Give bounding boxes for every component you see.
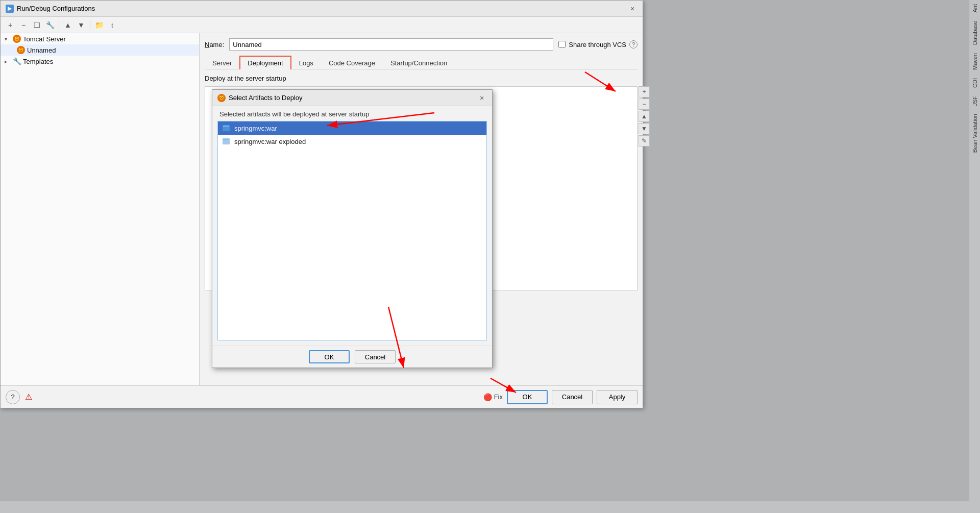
- deploy-edit-button[interactable]: ✎: [639, 135, 650, 146]
- move-down-button[interactable]: ▼: [76, 19, 87, 31]
- help-button[interactable]: ?: [6, 390, 20, 404]
- dialog-close-button[interactable]: ×: [627, 4, 638, 14]
- deploy-text: Deploy at the server startup: [205, 75, 638, 82]
- deploy-add-button[interactable]: +: [639, 86, 650, 97]
- dialog-title-icon: ▶: [6, 5, 14, 13]
- tab-logs[interactable]: Logs: [291, 56, 321, 69]
- fix-icon: 🔴: [483, 393, 492, 401]
- jsf-panel[interactable]: JSF: [971, 92, 979, 110]
- templates-icon: 🔧: [13, 57, 21, 65]
- artifacts-buttons: OK Cancel: [212, 346, 492, 368]
- title-left: ▶ Run/Debug Configurations: [6, 5, 95, 13]
- maven-panel[interactable]: Maven: [971, 49, 979, 74]
- artifacts-dialog-icon: 🐱: [217, 94, 226, 102]
- tree-arrow-templates: ▸: [5, 59, 11, 64]
- cdi-panel[interactable]: CDI: [971, 74, 979, 92]
- tomcat-server-icon: 🐱: [13, 35, 21, 43]
- dialog-titlebar: ▶ Run/Debug Configurations ×: [1, 1, 643, 17]
- cancel-button[interactable]: Cancel: [552, 390, 593, 404]
- toolbar-separator-1: [59, 20, 59, 30]
- artifact-war-exploded-label: springmvc:war exploded: [234, 138, 306, 145]
- footer-right: 🔴 Fix OK Cancel Apply: [483, 390, 638, 404]
- artifacts-list: springmvc:war springmvc:war exploded: [217, 121, 487, 340]
- artifact-war-exploded-icon: [222, 137, 230, 145]
- config-tabs: Server Deployment Logs Code Coverage Sta…: [205, 56, 638, 69]
- add-config-button[interactable]: +: [5, 19, 16, 31]
- name-input[interactable]: [229, 38, 553, 51]
- toolbar-separator-2: [90, 20, 90, 30]
- sort-button[interactable]: ↕: [107, 19, 118, 31]
- svg-rect-10: [223, 139, 229, 140]
- name-label: Name:: [205, 41, 224, 48]
- share-checkbox[interactable]: [558, 41, 566, 48]
- ant-panel[interactable]: Ant: [971, 0, 979, 17]
- ok-button[interactable]: OK: [507, 390, 548, 404]
- wrench-button[interactable]: 🔧: [44, 19, 56, 31]
- share-label: Share through VCS: [569, 41, 626, 48]
- svg-rect-8: [223, 126, 229, 127]
- artifacts-ok-button[interactable]: OK: [309, 350, 350, 363]
- tab-startup-connection[interactable]: Startup/Connection: [383, 56, 455, 69]
- artifacts-subtitle: Selected artifacts will be deployed at s…: [212, 106, 492, 121]
- dialog-title-text: Run/Debug Configurations: [17, 5, 95, 12]
- artifact-war-label: springmvc:war: [234, 125, 277, 132]
- remove-config-button[interactable]: −: [18, 19, 29, 31]
- artifact-item-war[interactable]: springmvc:war: [218, 121, 486, 135]
- main-dialog-footer: ? ⚠ 🔴 Fix OK Cancel Apply: [1, 385, 643, 408]
- deploy-remove-button[interactable]: −: [639, 99, 650, 110]
- share-area: Share through VCS ?: [558, 40, 638, 48]
- tree-item-templates[interactable]: ▸ 🔧 Templates: [1, 56, 199, 67]
- copy-config-button[interactable]: ❑: [31, 19, 42, 31]
- deploy-down-button[interactable]: ▼: [639, 123, 650, 134]
- footer-left: ? ⚠: [6, 390, 32, 404]
- name-row: Name: Share through VCS ?: [205, 38, 638, 51]
- tree-item-tomcat-server[interactable]: ▾ 🐱 Tomcat Server: [1, 33, 199, 44]
- artifacts-titlebar: 🐱 Select Artifacts to Deploy ×: [212, 90, 492, 106]
- config-tree: ▾ 🐱 Tomcat Server 🐱 Unnamed ▸ 🔧 Template…: [1, 33, 200, 385]
- artifacts-cancel-button[interactable]: Cancel: [355, 350, 396, 363]
- artifact-war-icon: [222, 124, 230, 132]
- deploy-up-button[interactable]: ▲: [639, 111, 650, 122]
- artifacts-dialog: 🐱 Select Artifacts to Deploy × Selected …: [212, 89, 493, 368]
- artifacts-title-left: 🐱 Select Artifacts to Deploy: [217, 94, 303, 102]
- apply-button[interactable]: Apply: [597, 390, 638, 404]
- tomcat-server-label: Tomcat Server: [23, 35, 66, 43]
- tab-deployment[interactable]: Deployment: [239, 56, 291, 69]
- tab-code-coverage[interactable]: Code Coverage: [321, 56, 383, 69]
- bean-validation-panel[interactable]: Bean Validation: [971, 110, 979, 157]
- error-indicator-icon: ⚠: [25, 392, 32, 402]
- artifacts-dialog-title: Select Artifacts to Deploy: [229, 94, 303, 102]
- artifacts-close-button[interactable]: ×: [477, 93, 487, 103]
- tree-arrow-tomcat: ▾: [5, 36, 11, 42]
- unnamed-config-icon: 🐱: [17, 46, 25, 54]
- folder-button[interactable]: 📁: [93, 19, 105, 31]
- status-bar: [0, 501, 980, 513]
- artifact-item-war-exploded[interactable]: springmvc:war exploded: [218, 135, 486, 148]
- side-controls: + − ▲ ▼ ✎: [639, 86, 650, 146]
- templates-label: Templates: [23, 58, 53, 65]
- help-icon[interactable]: ?: [629, 40, 638, 48]
- tree-item-unnamed[interactable]: 🐱 Unnamed: [1, 44, 199, 56]
- config-toolbar: + − ❑ 🔧 ▲ ▼ 📁 ↕: [1, 17, 643, 33]
- fix-label: Fix: [494, 393, 503, 401]
- tab-server[interactable]: Server: [205, 56, 239, 69]
- move-up-button[interactable]: ▲: [62, 19, 74, 31]
- fix-button[interactable]: 🔴 Fix: [483, 393, 503, 401]
- right-panels: Ant Database Maven CDI JSF Bean Validati…: [969, 0, 980, 513]
- unnamed-config-label: Unnamed: [27, 46, 56, 54]
- database-panel[interactable]: Database: [971, 17, 979, 49]
